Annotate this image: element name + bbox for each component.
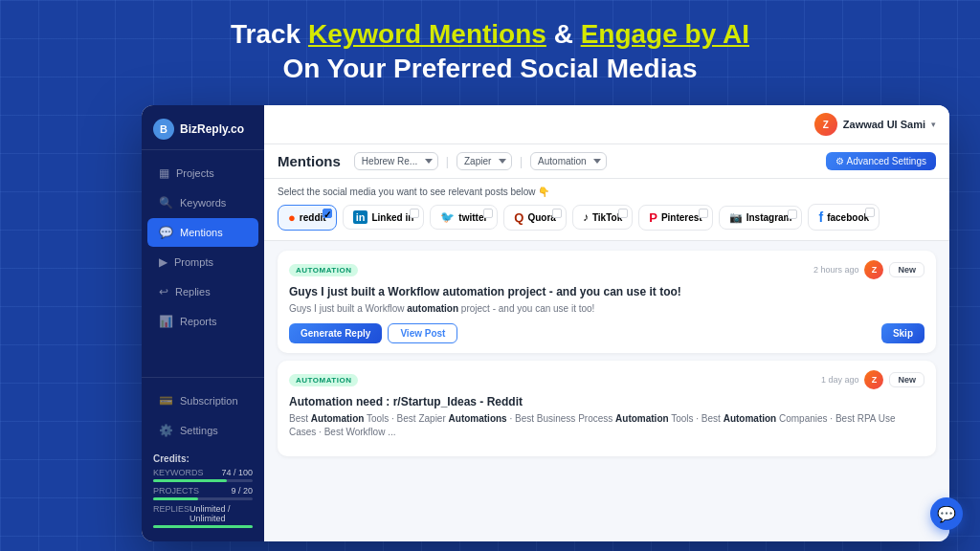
advanced-settings-button[interactable]: ⚙ Advanced Settings <box>826 152 936 170</box>
replies-progress-bg <box>153 525 253 528</box>
post-title-1: Guys I just built a Workflow automation … <box>289 285 924 298</box>
top-bar: Z Zawwad UI Sami ▾ <box>264 105 949 144</box>
social-chip-linkedin[interactable]: in Linked in <box>343 205 425 230</box>
reddit-icon: ● <box>288 210 296 225</box>
projects-credit-val: 9 / 20 <box>231 486 253 496</box>
post-tag-1: AUTOMATION <box>289 264 358 276</box>
hero-mid: & <box>554 19 581 49</box>
post-time-2: 1 day ago <box>821 375 859 385</box>
chat-button[interactable]: 💬 <box>930 497 963 530</box>
pinterest-label: Pinterest <box>661 212 702 223</box>
social-chip-quora[interactable]: Q Quora <box>503 205 567 231</box>
sidebar-item-subscription[interactable]: 💳 Subscription <box>147 386 258 415</box>
sidebar-item-mentions[interactable]: 💬 Mentions <box>147 218 258 247</box>
skip-btn-1[interactable]: Skip <box>881 323 924 343</box>
filter-sep-1: | <box>446 155 449 168</box>
sidebar: B BizReply.co ▦ Projects 🔍 Keywords 💬 Me… <box>142 105 264 541</box>
sidebar-item-keywords[interactable]: 🔍 Keywords <box>147 188 258 217</box>
main-content: Z Zawwad UI Sami ▾ Mentions Hebrew Re...… <box>264 105 949 541</box>
filter-sep-2: | <box>520 155 523 168</box>
social-selector-label: Select the social media you want to see … <box>278 187 936 197</box>
quora-checkbox <box>552 209 562 218</box>
social-chip-pinterest[interactable]: P Pinterest <box>638 205 712 231</box>
subscription-icon: 💳 <box>159 394 173 408</box>
prompt-filter[interactable]: Hebrew Re... <box>354 152 438 170</box>
post-time-1: 2 hours ago <box>813 265 859 275</box>
sidebar-prompts-label: Prompts <box>174 256 213 268</box>
social-chip-tiktok[interactable]: ♪ TikTok <box>572 205 633 230</box>
post-title-2: Automation need : r/Startup_Ideas - Redd… <box>289 395 924 408</box>
sidebar-projects-label: Projects <box>176 167 214 179</box>
app-window: B BizReply.co ▦ Projects 🔍 Keywords 💬 Me… <box>142 105 949 541</box>
social-chip-reddit[interactable]: ✓ ● reddit <box>278 205 337 231</box>
user-area[interactable]: Z Zawwad UI Sami ▾ <box>814 113 936 136</box>
post-actions-1: Generate Reply View Post Skip <box>289 323 924 343</box>
mentions-icon: 💬 <box>159 226 173 239</box>
settings-icon: ⚙️ <box>159 424 173 437</box>
projects-progress-fill <box>153 497 198 500</box>
social-selector: Select the social media you want to see … <box>264 179 949 241</box>
post-new-badge-2: New <box>889 372 924 387</box>
sidebar-item-prompts[interactable]: ▶ Prompts <box>147 248 258 276</box>
post-avatar-2: Z <box>864 370 883 389</box>
project-filter[interactable]: Zapier <box>457 152 512 170</box>
social-chip-facebook[interactable]: f facebook <box>808 204 880 231</box>
keyword-filter[interactable]: Automation <box>530 152 607 170</box>
sidebar-replies-label: Replies <box>175 286 211 298</box>
reddit-checkbox: ✓ <box>323 209 332 218</box>
sidebar-bottom: 💳 Subscription ⚙️ Settings Credits: KEYW… <box>142 377 264 541</box>
sidebar-item-replies[interactable]: ↩ Replies <box>147 277 258 306</box>
logo-icon: B <box>153 119 174 140</box>
hero-highlight-1: Keyword Mentions <box>308 19 546 49</box>
tiktok-checkbox <box>618 209 628 218</box>
replies-credit-val: Unlimited / Unlimited <box>189 504 253 523</box>
view-post-btn-1[interactable]: View Post <box>388 323 457 343</box>
social-chip-twitter[interactable]: 🐦 twitter <box>430 205 498 230</box>
linkedin-icon: in <box>353 210 368 224</box>
sidebar-item-projects[interactable]: ▦ Projects <box>147 159 258 187</box>
pinterest-checkbox <box>699 209 708 218</box>
posts-area: AUTOMATION 2 hours ago Z New Guys I just… <box>264 241 949 541</box>
credits-label: Credits: <box>153 453 253 464</box>
sidebar-reports-label: Reports <box>180 316 217 327</box>
hero-line1: Track Keyword Mentions & Engage by AI <box>0 17 980 52</box>
mentions-title: Mentions <box>278 153 341 169</box>
prompts-icon: ▶ <box>159 255 167 269</box>
sidebar-logo: B BizReply.co <box>142 105 264 150</box>
reports-icon: 📊 <box>159 315 173 328</box>
hero-line2: On Your Preferred Social Medias <box>0 52 980 86</box>
replies-icon: ↩ <box>159 285 168 298</box>
post-body-2: Best Automation Tools · Best Zapier Auto… <box>289 412 924 439</box>
instagram-icon: 📷 <box>729 211 743 224</box>
user-chevron-icon: ▾ <box>931 120 936 129</box>
sidebar-item-settings[interactable]: ⚙️ Settings <box>147 416 258 445</box>
sidebar-item-reports[interactable]: 📊 Reports <box>147 307 258 336</box>
sidebar-keywords-label: Keywords <box>180 197 226 209</box>
pinterest-icon: P <box>649 210 657 225</box>
post-new-badge-1: New <box>889 262 924 277</box>
chat-icon: 💬 <box>937 505 956 523</box>
replies-credit-label: REPLIES <box>153 504 189 523</box>
projects-credit-label: PROJECTS <box>153 486 199 496</box>
social-chip-instagram[interactable]: 📷 Instagram <box>719 206 803 230</box>
credit-row-keywords: KEYWORDS 74 / 100 <box>153 468 253 477</box>
hero-section: Track Keyword Mentions & Engage by AI On… <box>0 17 980 87</box>
facebook-icon: f <box>818 209 823 225</box>
hero-highlight-2: Engage by AI <box>581 19 749 49</box>
keywords-progress-bg <box>153 479 253 482</box>
logo-text: BizReply.co <box>180 122 244 136</box>
generate-reply-btn-1[interactable]: Generate Reply <box>289 323 382 343</box>
post-header-2: AUTOMATION 1 day ago Z New <box>289 370 924 389</box>
instagram-checkbox <box>788 209 797 219</box>
sidebar-mentions-label: Mentions <box>180 227 223 238</box>
projects-progress-bg <box>153 497 253 500</box>
keywords-icon: 🔍 <box>159 196 173 209</box>
sidebar-subscription-label: Subscription <box>180 395 238 407</box>
sidebar-settings-label: Settings <box>180 425 218 436</box>
linkedin-label: Linked in <box>371 212 413 223</box>
social-icons-row: ✓ ● reddit in Linked in 🐦 twitter Q <box>278 204 936 231</box>
keywords-progress-fill <box>153 479 227 482</box>
post-body-1: Guys I just built a Workflow automation … <box>289 302 924 316</box>
twitter-icon: 🐦 <box>440 210 455 224</box>
mentions-header: Mentions Hebrew Re... | Zapier | Automat… <box>264 144 949 179</box>
